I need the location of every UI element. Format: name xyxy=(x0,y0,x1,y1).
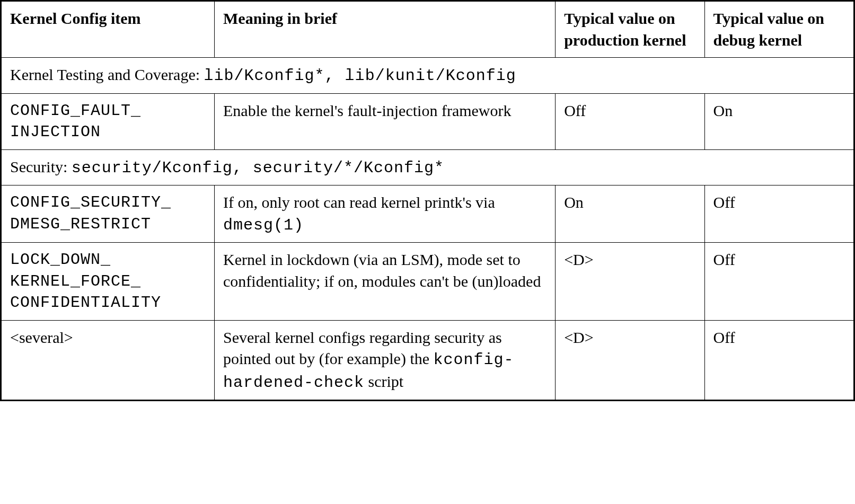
table-row: LOCK_DOWN_ KERNEL_FORCE_ CONFIDENTIALITY… xyxy=(2,243,854,321)
kernel-config-table: Kernel Config item Meaning in brief Typi… xyxy=(1,1,854,400)
table-header: Kernel Config item Meaning in brief Typi… xyxy=(2,2,854,58)
header-debug: Typical value on debug kernel xyxy=(704,2,853,58)
config-item-cell: CONFIG_SECURITY_ DMESG_RESTRICT xyxy=(2,185,215,243)
meaning-code: dmesg(1) xyxy=(223,216,304,234)
debug-value-cell: Off xyxy=(704,320,853,400)
kernel-config-table-container: Kernel Config item Meaning in brief Typi… xyxy=(0,0,855,401)
section-row: Kernel Testing and Coverage: lib/Kconfig… xyxy=(2,58,854,94)
table-row: CONFIG_FAULT_ INJECTIONEnable the kernel… xyxy=(2,93,854,149)
meaning-cell: Several kernel configs regarding securit… xyxy=(215,320,556,400)
config-item-cell: CONFIG_FAULT_ INJECTION xyxy=(2,93,215,149)
config-item-cell: <several> xyxy=(2,320,215,400)
meaning-cell: Kernel in lockdown (via an LSM), mode se… xyxy=(215,243,556,321)
header-prod: Typical value on production kernel xyxy=(556,2,704,58)
production-value-cell: <D> xyxy=(556,320,704,400)
section-title-prefix: Security: xyxy=(10,158,72,175)
section-row: Security: security/Kconfig, security/*/K… xyxy=(2,149,854,185)
section-title-prefix: Kernel Testing and Coverage: xyxy=(10,66,204,83)
production-value-cell: <D> xyxy=(556,243,704,321)
production-value-cell: On xyxy=(556,185,704,243)
debug-value-cell: Off xyxy=(704,243,853,321)
section-title-paths: security/Kconfig, security/*/Kconfig* xyxy=(72,159,444,177)
table-row: <several>Several kernel configs regardin… xyxy=(2,320,854,400)
section-title-cell: Security: security/Kconfig, security/*/K… xyxy=(2,149,854,185)
section-title-cell: Kernel Testing and Coverage: lib/Kconfig… xyxy=(2,58,854,94)
table-body: Kernel Testing and Coverage: lib/Kconfig… xyxy=(2,58,854,400)
config-item-cell: LOCK_DOWN_ KERNEL_FORCE_ CONFIDENTIALITY xyxy=(2,243,215,321)
section-title-paths: lib/Kconfig*, lib/kunit/Kconfig xyxy=(204,67,516,85)
debug-value-cell: On xyxy=(704,93,853,149)
production-value-cell: Off xyxy=(556,93,704,149)
meaning-text: Kernel in lockdown (via an LSM), mode se… xyxy=(223,251,541,290)
meaning-cell: If on, only root can read kernel printk'… xyxy=(215,185,556,243)
debug-value-cell: Off xyxy=(704,185,853,243)
table-row: CONFIG_SECURITY_ DMESG_RESTRICTIf on, on… xyxy=(2,185,854,243)
header-config: Kernel Config item xyxy=(2,2,215,58)
meaning-cell: Enable the kernel's fault-injection fram… xyxy=(215,93,556,149)
meaning-text: script xyxy=(364,373,403,390)
header-row: Kernel Config item Meaning in brief Typi… xyxy=(2,2,854,58)
meaning-text: If on, only root can read kernel printk'… xyxy=(223,193,495,211)
header-meaning: Meaning in brief xyxy=(215,2,556,58)
meaning-text: Enable the kernel's fault-injection fram… xyxy=(223,102,512,119)
